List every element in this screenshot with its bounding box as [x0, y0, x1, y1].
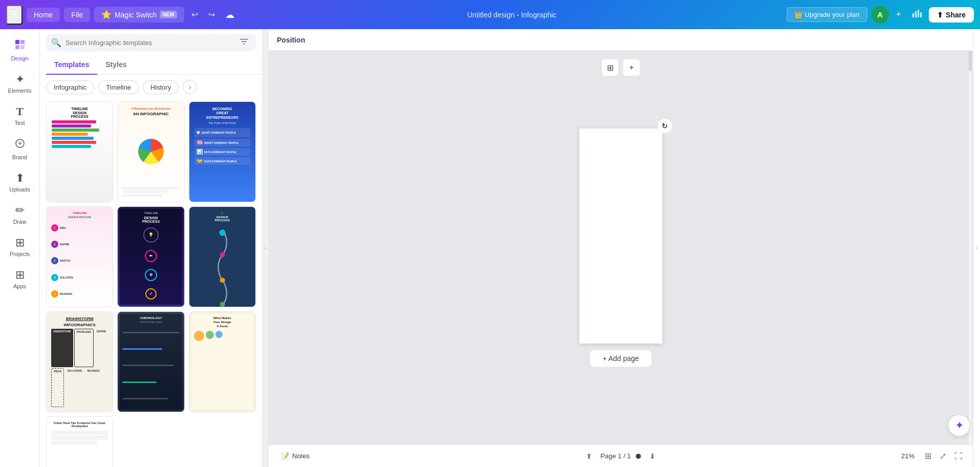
svg-rect-3 [920, 12, 922, 17]
canvas-viewport[interactable]: ⊞ + ↻ + Add page [269, 51, 973, 444]
share-icon: ⬆ [937, 11, 943, 19]
template-card-5[interactable]: TIMELINE DESIGNPROCESS 💡 ✏ ⚙ [117, 206, 184, 307]
right-panel[interactable]: › [973, 29, 980, 467]
search-bar: 🔍 [46, 34, 256, 51]
sidebar-item-elements[interactable]: ✦ Elements [3, 68, 37, 99]
search-icon: 🔍 [51, 38, 61, 48]
draw-icon: ✏ [15, 204, 25, 217]
scrollbar-track [969, 51, 972, 444]
template-card-2[interactable]: 5 Reasons you should use AN INFOGRAPHIC [117, 101, 184, 202]
canvas-top-controls: ⊞ + [601, 59, 640, 76]
page-dot [636, 454, 641, 459]
tab-styles[interactable]: Styles [97, 55, 135, 75]
apps-icon: ⊞ [15, 268, 25, 282]
sidebar-item-brand[interactable]: Brand [3, 132, 37, 165]
file-button[interactable]: File [64, 8, 90, 22]
tab-templates[interactable]: Templates [46, 55, 97, 75]
template-card-6[interactable]: 1 DESIGNPROCESS [189, 206, 256, 307]
ai-assistant-button[interactable]: ✦ [948, 415, 970, 436]
svg-rect-6 [15, 45, 19, 49]
cloud-save-button[interactable]: ☁ [222, 6, 237, 24]
hamburger-menu-button[interactable]: ☰ [6, 5, 23, 25]
upgrade-button[interactable]: 👑 Upgrade your plan [787, 7, 867, 22]
undo-button[interactable]: ↩ [188, 7, 201, 23]
panel-collapse-handle[interactable]: ‹ [263, 29, 269, 467]
filter-button[interactable] [237, 35, 251, 51]
svg-rect-4 [15, 40, 19, 44]
next-page-button[interactable]: ⬇ [646, 451, 659, 462]
home-button[interactable]: Home [27, 8, 60, 22]
canvas-toolbar: Position [269, 29, 973, 51]
template-card-7[interactable]: BRAINSTORM IMFOGRAPHICS UNDERSTAND PROBL… [46, 311, 113, 412]
prev-page-button[interactable]: ⬆ [583, 451, 595, 462]
template-card-9[interactable]: What Makes Your Design A Good [189, 311, 256, 412]
magic-switch-label: Magic Switch [115, 11, 157, 19]
design-icon [14, 38, 26, 54]
upgrade-icon: 👑 [794, 11, 802, 18]
svg-rect-5 [20, 40, 25, 44]
top-navigation: ☰ Home File ⭐ Magic Switch NEW ↩ ↪ ☁ Unt… [0, 0, 980, 29]
grid-view-button[interactable]: ⊞ [923, 449, 933, 463]
templates-grid: TIMELINEDESIGNPROCESS [40, 99, 262, 467]
apps-label: Apps [13, 283, 26, 289]
scrollbar-thumb [969, 51, 972, 71]
projects-icon: ⊞ [15, 236, 25, 249]
chip-timeline[interactable]: Timeline [98, 80, 139, 94]
notes-button[interactable]: 📝 Notes [277, 450, 314, 462]
chips-arrow-button[interactable]: › [183, 80, 197, 94]
template-card-8[interactable]: CHRONOLOGY timeline design a good [117, 311, 184, 412]
canvas-scrollbar[interactable] [969, 51, 972, 444]
expand-canvas-button[interactable]: ⊞ [601, 59, 619, 76]
magic-switch-button[interactable]: ⭐ Magic Switch NEW [94, 7, 184, 23]
add-element-button[interactable]: + [623, 59, 640, 76]
brand-label: Brand [12, 154, 27, 160]
expand-view-button[interactable]: ⤢ [938, 449, 948, 463]
sidebar-item-uploads[interactable]: ⬆ Uploads [3, 166, 37, 198]
svg-rect-1 [915, 11, 917, 17]
template-card-10[interactable]: Follow These Tips To Improve Your Career… [46, 416, 113, 467]
analytics-button[interactable] [908, 5, 925, 24]
templates-panel: 🔍 Templates Styles Infographic Timeline … [40, 29, 263, 467]
canvas-page[interactable]: ↻ [579, 129, 662, 344]
new-badge: NEW [160, 11, 177, 18]
redo-button[interactable]: ↪ [205, 7, 218, 23]
bottom-bar: 📝 Notes ⬆ Page 1 / 1 ⬇ 21% ⊞ ⤢ ⛶ [269, 444, 973, 467]
svg-rect-0 [912, 13, 914, 17]
chip-history[interactable]: History [143, 80, 179, 94]
brand-icon [14, 137, 26, 153]
canvas-page-container: ↻ + Add page [579, 129, 662, 367]
sidebar-item-text[interactable]: T Text [3, 100, 37, 131]
svg-point-14 [220, 278, 225, 283]
projects-label: Projects [10, 251, 30, 257]
tabs-row: Templates Styles [40, 55, 262, 75]
bottom-center-controls: ⬆ Page 1 / 1 ⬇ [583, 451, 658, 462]
avatar[interactable]: A [872, 6, 889, 24]
zoom-level[interactable]: 21% [897, 450, 919, 462]
share-label: Share [946, 11, 966, 19]
template-card-1[interactable]: TIMELINEDESIGNPROCESS [46, 101, 113, 202]
sidebar-item-projects[interactable]: ⊞ Projects [3, 231, 37, 262]
main-layout: Design ✦ Elements T Text Brand ⬆ Uploads… [0, 29, 980, 467]
svg-point-12 [219, 229, 225, 236]
magic-switch-emoji-icon: ⭐ [101, 10, 112, 19]
search-input[interactable] [66, 34, 233, 51]
svg-rect-2 [918, 10, 919, 17]
text-icon: T [16, 105, 24, 118]
template-card-4[interactable]: TIMELINE DESIGN PROCESS 1 IDEA 2 DEFINE [46, 206, 113, 307]
upgrade-label: Upgrade your plan [805, 11, 860, 18]
sidebar-item-design[interactable]: Design [3, 33, 37, 67]
add-collaborator-button[interactable]: + [893, 6, 905, 23]
page-indicator: Page 1 / 1 [600, 452, 630, 460]
template-card-3[interactable]: BECOMINGGREATENTREPRENEURS Top Traits of… [189, 101, 256, 202]
fullscreen-button[interactable]: ⛶ [952, 450, 965, 463]
rotate-handle[interactable]: ↻ [657, 118, 672, 134]
add-page-button[interactable]: + Add page [590, 350, 651, 367]
sidebar-item-draw[interactable]: ✏ Draw [3, 199, 37, 230]
sidebar-item-apps[interactable]: ⊞ Apps [3, 263, 37, 294]
elements-label: Elements [8, 88, 32, 94]
share-button[interactable]: ⬆ Share [929, 7, 974, 23]
svg-rect-9 [240, 39, 248, 40]
ai-icon: ✦ [955, 420, 963, 431]
bottom-right-controls: 21% ⊞ ⤢ ⛶ [897, 449, 965, 463]
chip-infographic[interactable]: Infographic [46, 80, 94, 94]
